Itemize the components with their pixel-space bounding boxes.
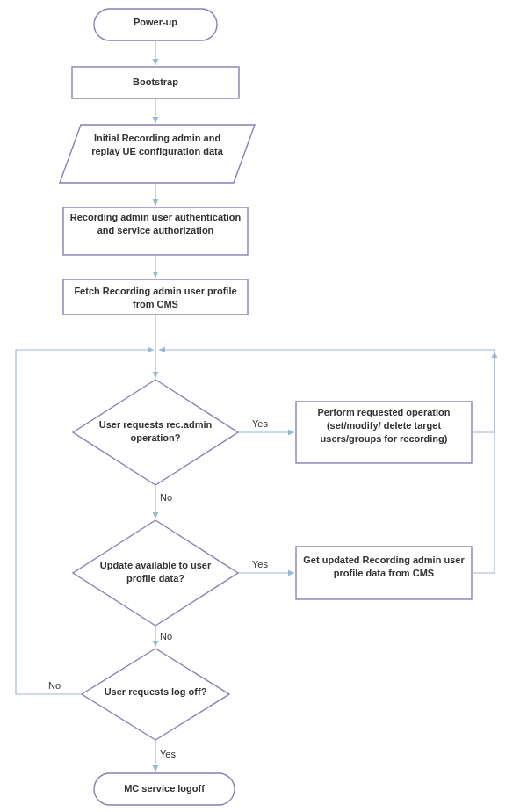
text-dec-update: Update available to user profile data? <box>92 559 219 585</box>
label-no-3: No <box>48 680 61 691</box>
text-initial-cfg: Initial Recording admin and replay UE co… <box>81 132 234 158</box>
label-yes-3: Yes <box>160 749 176 759</box>
text-perform-op: Perform requested operation (set/modify/… <box>301 406 466 446</box>
label-no-2: No <box>160 631 172 642</box>
text-dec-logoff: User requests log off? <box>99 685 212 699</box>
label-yes-2: Yes <box>252 559 268 569</box>
text-auth: Recording admin user authentication and … <box>69 211 242 237</box>
text-powerup: Power-up <box>94 16 217 29</box>
text-logoff: MC service logoff <box>94 782 235 795</box>
text-get-updated: Get updated Recording admin user profile… <box>301 554 466 580</box>
label-yes-1: Yes <box>252 418 268 429</box>
text-dec-recadmin: User requests rec.admin operation? <box>92 418 219 445</box>
label-no-1: No <box>160 492 172 503</box>
text-bootstrap: Bootstrap <box>72 76 239 89</box>
text-fetch: Fetch Recording admin user profile from … <box>69 285 242 311</box>
